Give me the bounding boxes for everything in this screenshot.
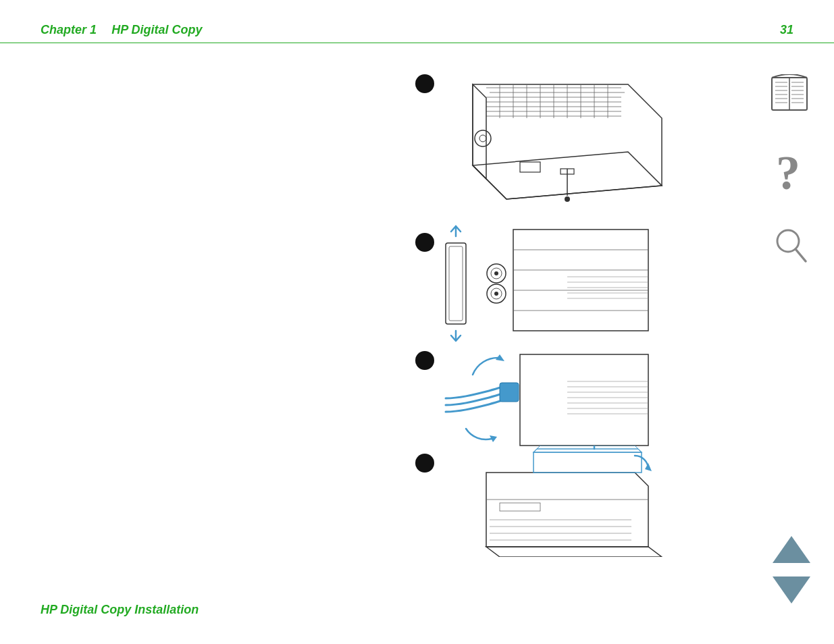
svg-line-82 — [796, 249, 806, 261]
navigation-arrows — [773, 536, 810, 603]
svg-rect-21 — [520, 162, 540, 172]
svg-point-24 — [565, 196, 570, 202]
svg-rect-35 — [446, 243, 466, 324]
svg-marker-61 — [486, 547, 662, 557]
chapter-title: Chapter 1 HP Digital Copy — [41, 23, 203, 37]
svg-marker-25 — [513, 230, 648, 331]
svg-marker-59 — [537, 446, 638, 449]
step-2-illustration — [432, 223, 662, 344]
svg-rect-56 — [500, 503, 540, 511]
step-1-bullet — [415, 74, 434, 93]
svg-point-19 — [475, 130, 491, 146]
svg-marker-43 — [520, 354, 648, 446]
step-3-illustration — [432, 341, 662, 456]
search-icon[interactable] — [773, 226, 808, 269]
page-header: Chapter 1 HP Digital Copy 31 — [0, 23, 834, 43]
next-page-button[interactable] — [773, 576, 810, 603]
svg-marker-57 — [533, 452, 642, 473]
step-1-illustration — [432, 64, 675, 226]
svg-rect-36 — [449, 246, 463, 321]
help-icon[interactable]: ? — [769, 145, 815, 202]
step-3-bullet — [415, 351, 434, 370]
svg-rect-51 — [500, 383, 519, 402]
svg-point-20 — [479, 135, 486, 142]
prev-page-button[interactable] — [773, 536, 810, 563]
svg-marker-54 — [486, 473, 648, 547]
page-number: 31 — [780, 23, 793, 37]
svg-text:?: ? — [776, 146, 800, 199]
svg-marker-60 — [645, 463, 652, 471]
svg-point-39 — [494, 271, 498, 275]
book-icon[interactable] — [768, 74, 810, 116]
step-4-bullet — [415, 454, 434, 473]
footer-label: HP Digital Copy Installation — [41, 603, 199, 617]
svg-point-42 — [494, 292, 498, 296]
step-4-illustration — [432, 446, 675, 554]
step-2-bullet — [415, 233, 434, 252]
